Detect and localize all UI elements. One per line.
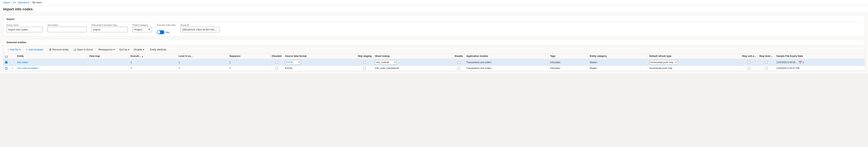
open-in-excel-button[interactable]: 📊 Open in Excel	[71, 47, 95, 52]
expiry-date-text: 1/24/2025 5:43:30 ...	[776, 61, 798, 64]
truncate-toggle[interactable]	[157, 30, 164, 34]
nav-separator-1: |	[11, 1, 11, 4]
truncate-toggle-wrap: No	[157, 30, 176, 34]
execution-cell: 1	[129, 66, 177, 71]
stop-unit-checkbox[interactable]	[748, 67, 750, 69]
th-sequence[interactable]: Sequence	[228, 54, 270, 59]
project-category-field: Project category Project	[132, 24, 152, 32]
stop-level-checkbox[interactable]	[765, 61, 768, 64]
skip-staging-cell[interactable]	[356, 59, 373, 66]
sheet-lookup-cell[interactable]: Info_codes$	[373, 59, 453, 66]
th-sheet-lookup[interactable]: Sheet lookup	[373, 54, 453, 59]
top-navigation: Import | AX : Operations | My view ▾	[0, 0, 868, 5]
disable-button[interactable]: Disable ▾	[132, 47, 146, 52]
nav-ax-operations-link[interactable]: AX : Operations	[13, 1, 29, 4]
th-view-map[interactable]: View map	[87, 54, 129, 59]
nav-separator-2: |	[31, 1, 31, 4]
default-refresh-type-cell[interactable]: Incremental push only	[648, 66, 740, 71]
entity-category-cell: Master	[588, 59, 648, 66]
sheet-lookup-select[interactable]: Info_codes$	[375, 60, 397, 65]
th-entity-category[interactable]: Entity category	[588, 54, 648, 59]
project-category-select[interactable]: Project	[132, 27, 152, 32]
stop-level-cell[interactable]	[758, 66, 775, 71]
group-name-label: Group name	[6, 24, 43, 26]
stop-level-checkbox[interactable]	[765, 67, 768, 69]
entity-name-cell[interactable]: Info codes	[16, 59, 88, 66]
radio-button[interactable]	[5, 61, 8, 64]
sort-by-button[interactable]: Sort by ▾	[117, 47, 131, 52]
toolbar-separator-2	[46, 48, 46, 51]
truncate-field: Truncate entity data No	[157, 24, 176, 34]
table-row[interactable]: 📄Info code translation112EXCELInfo_code_…	[3, 66, 865, 71]
radio-button[interactable]	[5, 67, 8, 70]
nav-import-link[interactable]: Import	[3, 1, 10, 4]
sample-file-expiry-cell: 1/24/2025 5:43:30 ...📅ℹ	[775, 59, 865, 66]
nav-my-view-label: My view	[32, 1, 41, 4]
stop-level-cell[interactable]	[758, 59, 775, 66]
disable-checkbox[interactable]	[458, 67, 460, 69]
project-category-label: Project category	[132, 24, 152, 26]
stop-unit-checkbox[interactable]	[748, 61, 750, 64]
skip-staging-checkbox[interactable]	[363, 67, 366, 69]
obsolete-checkbox[interactable]	[276, 61, 278, 64]
th-disable[interactable]: Disable	[453, 54, 465, 59]
th-level-in-ex[interactable]: Level in ex...	[177, 54, 228, 59]
th-stop-level[interactable]: Stop level ...	[758, 54, 775, 59]
source-data-format-cell[interactable]: EXCEL	[283, 59, 356, 66]
tags-cell: Infocodes	[549, 59, 588, 66]
description-input[interactable]	[48, 27, 87, 32]
th-stop-unit[interactable]: Stop unit e...	[740, 54, 758, 59]
obsolete-cell[interactable]	[270, 66, 283, 71]
th-tags[interactable]: Tags	[549, 54, 588, 59]
default-refresh-type-cell[interactable]: Incremental push only	[648, 59, 740, 66]
obsolete-cell[interactable]	[270, 59, 283, 66]
th-obsolete[interactable]: Obsolete	[270, 54, 283, 59]
default-refresh-type-select[interactable]: Incremental push only	[649, 60, 678, 65]
th-default-refresh-type[interactable]: Default refresh type	[648, 54, 740, 59]
th-source-data-format[interactable]: Source data format	[283, 54, 356, 59]
stop-unit-cell[interactable]	[740, 66, 758, 71]
table-row[interactable]: 📄Info codes111EXCELInfo_codes$Transactio…	[3, 59, 865, 66]
th-sample-file-expiry[interactable]: Sample File Expiry Date	[775, 54, 865, 59]
obsolete-checkbox[interactable]	[276, 67, 278, 69]
delete-icon: 🗑	[49, 48, 52, 51]
source-data-format-cell[interactable]: EXCEL	[283, 66, 356, 71]
disable-label: Disable	[133, 48, 142, 51]
th-application-module[interactable]: Application module	[465, 54, 549, 59]
source-data-format-select[interactable]: EXCEL	[285, 60, 301, 65]
stop-unit-cell[interactable]	[740, 59, 758, 66]
info-icon[interactable]: ℹ	[803, 61, 804, 64]
th-skip-staging[interactable]: Skip staging	[356, 54, 373, 59]
sort-chevron-icon: ▾	[128, 48, 129, 51]
operation-type-input[interactable]	[91, 27, 128, 32]
calendar-icon[interactable]: 📅	[799, 61, 802, 64]
disable-cell[interactable]	[453, 66, 465, 71]
sort-asc-icon: ▲	[142, 55, 144, 57]
disable-checkbox[interactable]	[458, 61, 460, 64]
disable-chevron-icon: ▾	[143, 48, 144, 51]
nav-my-view-dropdown[interactable]: My view ▾	[32, 1, 42, 4]
group-name-input[interactable]	[6, 27, 43, 32]
skip-staging-cell[interactable]	[356, 66, 373, 71]
entity-name-cell[interactable]: Info code translation	[16, 66, 88, 71]
group-id-input[interactable]	[180, 27, 219, 32]
remove-entity-button[interactable]: 🗑 Remove entity	[47, 47, 71, 52]
entity-name-link[interactable]: Info codes	[17, 61, 28, 64]
add-file-button[interactable]: + Add file ▾	[6, 47, 23, 52]
entity-category-cell: Master	[588, 66, 648, 71]
th-entity[interactable]: Entity	[16, 54, 88, 59]
th-execution[interactable]: Executi... ▲	[129, 54, 177, 59]
entities-section-title: Selected entities	[3, 39, 865, 46]
entity-name-link[interactable]: Info code translation	[17, 67, 38, 69]
entities-section: Selected entities + Add file ▾ + Add tem…	[3, 39, 865, 71]
refresh-icon[interactable]	[5, 55, 8, 58]
radio-cell[interactable]	[3, 59, 9, 66]
disable-cell[interactable]	[453, 59, 465, 66]
resequence-button[interactable]: Resequence ▾	[96, 47, 117, 52]
skip-staging-checkbox[interactable]	[363, 61, 366, 64]
level-in-ex-cell: 1	[177, 66, 228, 71]
entity-attribute-button[interactable]: Entity attribute	[148, 47, 168, 52]
add-template-button[interactable]: + Add template	[24, 47, 45, 52]
sheet-lookup-cell[interactable]: Info_code_translation$	[373, 66, 453, 71]
radio-cell[interactable]	[3, 66, 9, 71]
